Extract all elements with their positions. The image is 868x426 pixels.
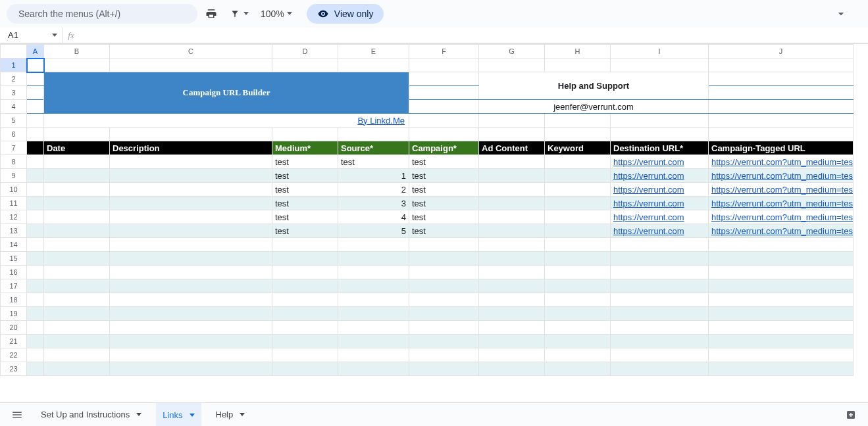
zoom-select[interactable]: 100% <box>257 5 296 23</box>
cell[interactable] <box>545 252 611 266</box>
hdr-dest[interactable]: Destination URL* <box>611 141 709 155</box>
cell[interactable] <box>44 279 110 293</box>
cell[interactable] <box>272 59 338 72</box>
cell[interactable] <box>611 293 709 307</box>
row-header[interactable]: 20 <box>1 321 27 335</box>
cell[interactable] <box>110 224 272 238</box>
cell[interactable] <box>110 335 272 348</box>
cell[interactable] <box>44 252 110 266</box>
col-header[interactable]: B <box>44 45 110 59</box>
cell[interactable] <box>27 279 44 293</box>
row-header[interactable]: 18 <box>1 293 27 307</box>
cell[interactable] <box>479 59 545 72</box>
row-header[interactable]: 11 <box>1 197 27 210</box>
cell[interactable] <box>545 128 611 141</box>
cell[interactable] <box>611 348 709 362</box>
cell[interactable] <box>479 335 545 348</box>
cell[interactable] <box>338 128 409 141</box>
explore-button[interactable] <box>842 406 860 424</box>
cell[interactable] <box>338 348 409 362</box>
cell[interactable] <box>338 307 409 321</box>
cell[interactable] <box>545 59 611 72</box>
cell[interactable]: 5 <box>338 224 409 238</box>
tagged-link[interactable]: https://verrunt.com?utm_medium=tes <box>711 171 853 181</box>
tab-setup[interactable]: Set Up and Instructions <box>34 403 148 426</box>
cell[interactable]: https://verrunt.com <box>611 155 709 169</box>
row-header[interactable]: 17 <box>1 279 27 293</box>
row-header[interactable]: 2 <box>1 72 27 86</box>
cell[interactable]: test <box>409 224 479 238</box>
cell[interactable] <box>611 114 709 128</box>
cell[interactable]: https://verrunt.com <box>611 224 709 238</box>
cell[interactable]: test <box>272 197 338 210</box>
dest-link[interactable]: https://verrunt.com <box>613 212 684 222</box>
cell[interactable] <box>44 307 110 321</box>
cell[interactable]: 3 <box>338 197 409 210</box>
cell[interactable] <box>479 293 545 307</box>
cell[interactable] <box>709 252 854 266</box>
hdr-medium[interactable]: Medium* <box>272 141 338 155</box>
dest-link[interactable]: https://verrunt.com <box>613 199 684 208</box>
cell[interactable] <box>611 321 709 335</box>
cell[interactable] <box>44 335 110 348</box>
cell[interactable]: test <box>409 183 479 197</box>
hdr-campaign[interactable]: Campaign* <box>409 141 479 155</box>
cell[interactable]: https://verrunt.com <box>611 197 709 210</box>
row-header[interactable]: 8 <box>1 155 27 169</box>
cell[interactable] <box>479 197 545 210</box>
tagged-link[interactable]: https://verrunt.com?utm_medium=tes <box>711 212 853 222</box>
cell[interactable] <box>44 362 110 376</box>
cell[interactable] <box>409 100 479 114</box>
cell[interactable] <box>44 183 110 197</box>
cell[interactable] <box>409 307 479 321</box>
cell[interactable] <box>338 321 409 335</box>
cell[interactable]: https://verrunt.com?utm_medium=tes <box>709 224 854 238</box>
cell[interactable] <box>44 266 110 279</box>
cell[interactable] <box>27 114 44 128</box>
all-sheets-button[interactable] <box>8 406 26 424</box>
cell[interactable] <box>545 169 611 183</box>
col-header[interactable]: E <box>338 45 409 59</box>
cell[interactable] <box>545 279 611 293</box>
cell[interactable] <box>709 86 854 100</box>
cell[interactable] <box>409 238 479 252</box>
cell[interactable] <box>338 266 409 279</box>
cell[interactable] <box>27 362 44 376</box>
byline-link[interactable]: By Linkd.Me <box>44 114 409 128</box>
cell[interactable] <box>27 348 44 362</box>
cell[interactable] <box>709 266 854 279</box>
cell[interactable] <box>272 128 338 141</box>
collapse-toolbar-button[interactable] <box>831 4 851 24</box>
cell[interactable] <box>27 128 44 141</box>
cell[interactable] <box>110 321 272 335</box>
cell[interactable] <box>709 279 854 293</box>
cell[interactable] <box>44 224 110 238</box>
col-header[interactable]: F <box>409 45 479 59</box>
cell[interactable]: test <box>272 224 338 238</box>
cell[interactable] <box>545 266 611 279</box>
cell[interactable] <box>110 293 272 307</box>
cell[interactable] <box>709 348 854 362</box>
cell[interactable] <box>479 321 545 335</box>
row-header[interactable]: 3 <box>1 86 27 100</box>
row-header[interactable]: 5 <box>1 114 27 128</box>
cell[interactable] <box>272 252 338 266</box>
cell[interactable]: https://verrunt.com?utm_medium=tes <box>709 169 854 183</box>
cell[interactable] <box>479 183 545 197</box>
cell[interactable] <box>110 307 272 321</box>
cell[interactable] <box>27 197 44 210</box>
cell[interactable] <box>27 252 44 266</box>
cell[interactable] <box>709 114 854 128</box>
cell[interactable] <box>611 279 709 293</box>
cell[interactable] <box>545 183 611 197</box>
cell[interactable] <box>110 252 272 266</box>
select-all-corner[interactable] <box>1 45 27 59</box>
row-header[interactable]: 19 <box>1 307 27 321</box>
cell[interactable] <box>27 238 44 252</box>
col-header[interactable]: A <box>27 45 44 59</box>
cell[interactable] <box>338 362 409 376</box>
hdr-description[interactable]: Description <box>110 141 272 155</box>
cell[interactable] <box>27 335 44 348</box>
cell[interactable] <box>44 169 110 183</box>
cell[interactable] <box>709 293 854 307</box>
